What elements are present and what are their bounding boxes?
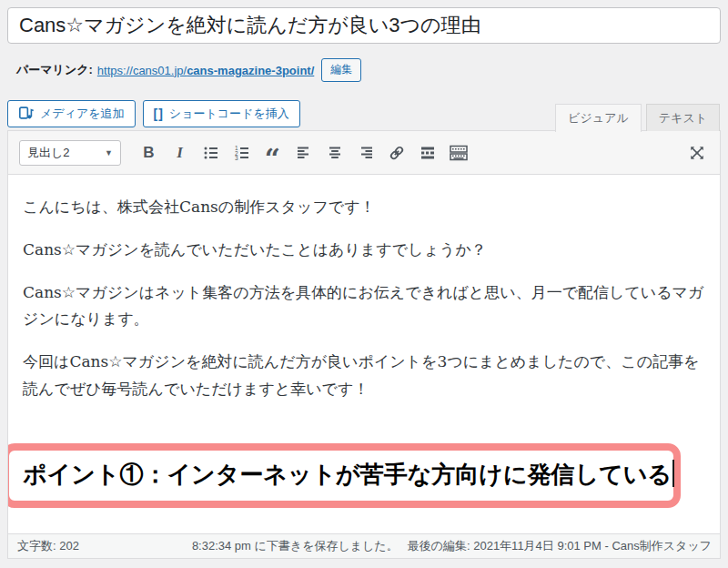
permalink-label: パーマリンク: (16, 62, 93, 78)
bold-button[interactable]: B (136, 140, 161, 165)
toolbar-toggle-button[interactable] (446, 140, 470, 165)
permalink-row: パーマリンク: https://cans01.jp/cans-magazine-… (16, 58, 361, 82)
fullscreen-button[interactable] (684, 140, 709, 165)
editor-frame: 見出し2 ▼ B I 1 (7, 130, 721, 559)
align-left-button[interactable] (291, 140, 316, 165)
permalink-url-base: https://cans01.jp/ (97, 64, 187, 77)
blockquote-icon: “ (265, 142, 280, 164)
add-media-icon (18, 105, 35, 124)
paragraph[interactable]: こんにちは、株式会社Cansの制作スタッフです！ (23, 194, 705, 221)
add-media-label: メディアを追加 (40, 106, 125, 122)
read-more-icon (419, 144, 437, 162)
highlighted-heading[interactable]: ポイント①：インターネットが苦手な方向けに発信している (8, 443, 681, 509)
editor-mode-tabs: ビジュアル テキスト (555, 104, 720, 132)
editor-content[interactable]: こんにちは、株式会社Cansの制作スタッフです！ Cans☆マガジンを読んでいた… (8, 175, 720, 534)
svg-text:3: 3 (235, 155, 238, 161)
word-count: 文字数: 202 (17, 538, 79, 554)
format-dropdown[interactable]: 見出し2 ▼ (19, 140, 121, 166)
paragraph[interactable]: Cans☆マガジンはネット集客の方法を具体的にお伝えできればと思い、月一で配信し… (23, 279, 705, 334)
align-right-button[interactable] (353, 140, 378, 165)
link-icon (388, 144, 406, 162)
word-count-value: 202 (59, 539, 79, 553)
paragraph[interactable]: 今回はCans☆マガジンを絶対に読んだ方が良いポイントを3つにまとめましたので、… (23, 349, 705, 403)
save-status: 8:32:34 pm に下書きを保存しました。 最後の編集: 2021年11月4… (192, 538, 712, 554)
editor-status-bar: 文字数: 202 8:32:34 pm に下書きを保存しました。 最後の編集: … (8, 533, 720, 558)
blockquote-button[interactable]: “ (260, 140, 285, 165)
text-cursor (672, 460, 674, 487)
bulleted-list-icon (202, 144, 220, 162)
keyboard-icon (449, 144, 469, 162)
editor-toolbar: 見出し2 ▼ B I 1 (8, 131, 720, 175)
last-edited-info: 最後の編集: 2021年11月4日 9:01 PM - Cans制作スタッフ (408, 538, 712, 554)
numbered-list-button[interactable]: 1 2 3 (229, 140, 254, 165)
bold-icon: B (143, 144, 154, 162)
align-center-icon (326, 144, 344, 162)
format-dropdown-value: 見出し2 (27, 145, 70, 161)
paragraph[interactable]: Cans☆マガジンを読んでいただいたことはありますでしょうか？ (23, 237, 705, 264)
fullscreen-expand-icon (688, 144, 706, 162)
permalink-link[interactable]: https://cans01.jp/cans-magazine-3point/ (97, 64, 314, 77)
add-media-button[interactable]: メディアを追加 (7, 100, 136, 127)
permalink-edit-button[interactable]: 編集 (321, 58, 361, 81)
read-more-tag-button[interactable] (415, 140, 440, 165)
word-count-label: 文字数: (17, 539, 56, 553)
italic-button[interactable]: I (167, 140, 192, 165)
tab-text[interactable]: テキスト (646, 104, 720, 131)
italic-icon: I (177, 144, 183, 162)
media-button-row: メディアを追加 [] ショートコードを挿入 (7, 100, 300, 127)
insert-link-button[interactable] (384, 140, 409, 165)
align-left-icon (295, 144, 313, 162)
insert-shortcode-button[interactable]: [] ショートコードを挿入 (143, 100, 300, 127)
chevron-down-icon: ▼ (105, 148, 113, 157)
autosave-message: 8:32:34 pm に下書きを保存しました。 (192, 538, 399, 554)
tab-visual[interactable]: ビジュアル (555, 104, 642, 132)
permalink-url-slug: cans-magazine-3point/ (187, 64, 314, 77)
insert-shortcode-label: ショートコードを挿入 (169, 106, 289, 122)
wordpress-editor-page: パーマリンク: https://cans01.jp/cans-magazine-… (0, 0, 728, 568)
bulleted-list-button[interactable] (198, 140, 223, 165)
align-right-icon (357, 144, 375, 162)
numbered-list-icon: 1 2 3 (233, 144, 251, 162)
shortcode-brackets-icon: [] (154, 106, 164, 121)
post-title-input[interactable] (7, 7, 721, 44)
align-center-button[interactable] (322, 140, 347, 165)
highlighted-heading-text: ポイント①：インターネットが苦手な方向けに発信している (23, 461, 672, 488)
